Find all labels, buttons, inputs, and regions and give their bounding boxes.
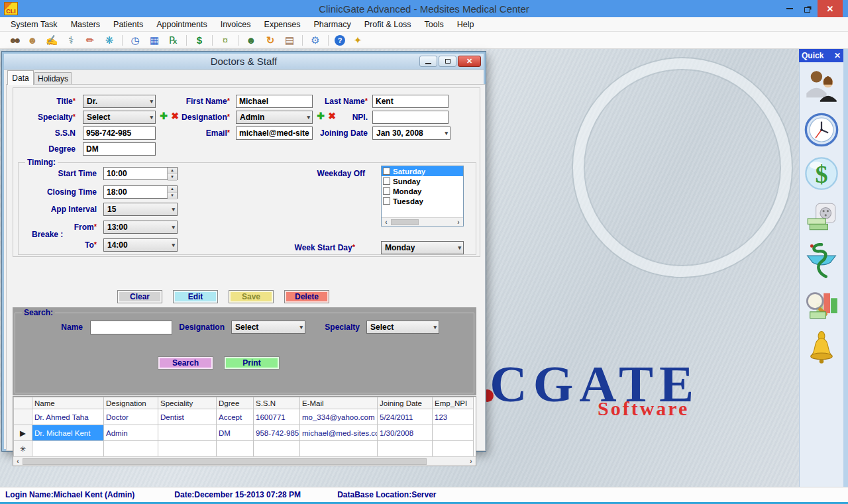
grid-hscrollbar[interactable]: ‹ › <box>13 456 476 466</box>
tab-data[interactable]: Data <box>7 70 34 85</box>
cell-emp-npi[interactable]: 123 <box>433 409 474 425</box>
weekday-list-hscrollbar[interactable]: ‹ › <box>382 217 463 226</box>
row-selector-new-icon[interactable]: ✳ <box>14 441 32 457</box>
cell-name[interactable] <box>32 441 104 457</box>
spin-up-icon[interactable]: ▲ <box>168 186 177 193</box>
quick-expenses-icon[interactable] <box>803 199 840 236</box>
grid-header-name[interactable]: Name <box>32 397 104 409</box>
refresh-icon[interactable]: ↻ <box>264 35 277 46</box>
grid-header-email[interactable]: E-Mail <box>300 397 378 409</box>
weekday-item-tuesday[interactable]: Tuesday <box>382 196 463 206</box>
cell-emp-npi[interactable] <box>433 425 474 441</box>
specialty-combobox[interactable]: Select▾ <box>83 111 156 124</box>
grid-header-designation[interactable]: Designation <box>104 397 158 409</box>
cell-speciality[interactable] <box>158 425 217 441</box>
first-name-input[interactable] <box>236 95 313 108</box>
grid-header-emp-npi[interactable]: Emp_NPI <box>433 397 474 409</box>
cell-joining-date[interactable]: 1/30/2008 <box>378 425 433 441</box>
cell-designation[interactable]: Doctor <box>104 409 158 425</box>
grid-header-speciality[interactable]: Speciality <box>158 397 217 409</box>
cell-dgree[interactable] <box>217 441 254 457</box>
quick-reports-icon[interactable] <box>803 286 840 323</box>
calendar-icon[interactable]: ▦ <box>148 35 161 46</box>
search-button[interactable]: Search <box>158 356 213 370</box>
services-icon[interactable]: ❋ <box>103 35 116 46</box>
dialog-close-button[interactable]: ✕ <box>458 56 481 67</box>
start-time-spinner[interactable]: 10:00 ▲▼ <box>103 167 178 180</box>
save-button[interactable]: Save <box>229 290 274 303</box>
weekday-item-sunday[interactable]: Sunday <box>382 176 463 186</box>
menu-pharmacy[interactable]: Pharmacy <box>307 17 357 32</box>
signature-icon[interactable]: ✍ <box>45 35 58 46</box>
help-icon[interactable]: ? <box>335 35 345 46</box>
clear-button[interactable]: Clear <box>117 290 162 303</box>
cell-email[interactable]: mo_334@yahoo.com <box>300 409 378 425</box>
scroll-left-icon[interactable]: ‹ <box>382 219 391 226</box>
spin-down-icon[interactable]: ▼ <box>168 193 177 199</box>
cell-joining-date[interactable] <box>378 441 433 457</box>
chart-icon[interactable]: ▤ <box>283 35 296 46</box>
cell-dgree[interactable]: DM <box>217 425 254 441</box>
quick-pharmacy-icon[interactable] <box>803 242 840 279</box>
cell-name[interactable]: Dr. Michael Kent <box>32 425 104 441</box>
dialog-maximize-button[interactable] <box>439 56 456 67</box>
app-icon[interactable]: CLI <box>4 2 18 15</box>
break-from-combobox[interactable]: 13:00▾ <box>103 221 178 234</box>
weekday-item-monday[interactable]: Monday <box>382 186 463 196</box>
vendor-icon[interactable]: ☻ <box>244 35 258 46</box>
quick-reminder-bell-icon[interactable] <box>803 330 840 367</box>
joining-date-picker[interactable]: Jan 30, 2008▾ <box>372 126 450 140</box>
quick-panel-close-icon[interactable]: ✕ <box>834 51 841 60</box>
designation-combobox[interactable]: Admin▾ <box>236 111 313 124</box>
cell-speciality[interactable]: Dentist <box>158 409 217 425</box>
close-button[interactable]: ✕ <box>818 0 843 17</box>
cell-name[interactable]: Dr. Ahmed Taha <box>32 409 104 425</box>
table-row-selected[interactable]: ▶ Dr. Michael Kent Admin DM 958-742-985 … <box>14 425 474 441</box>
quick-patients-icon[interactable] <box>803 68 840 105</box>
closing-time-spinner[interactable]: 18:00 ▲▼ <box>103 185 178 199</box>
checkbox-icon[interactable] <box>383 177 390 185</box>
doctors-staff-icon[interactable]: ☻☻ <box>7 35 20 46</box>
edit-button[interactable]: Edit <box>173 290 218 303</box>
menu-appointments[interactable]: Appointments <box>150 17 213 32</box>
scrollbar-thumb[interactable] <box>391 219 419 225</box>
cell-ssn[interactable]: 958-742-985 <box>254 425 300 441</box>
restore-button[interactable] <box>799 0 818 17</box>
menu-masters[interactable]: Masters <box>64 17 107 32</box>
break-to-combobox[interactable]: 14:00▾ <box>103 238 178 252</box>
table-row-new[interactable]: ✳ <box>14 441 474 457</box>
menu-system-task[interactable]: System Task <box>4 17 64 32</box>
grid-header-joining-date[interactable]: Joining Date <box>378 397 433 409</box>
scroll-right-icon[interactable]: › <box>454 219 463 226</box>
scrollbar-thumb[interactable] <box>23 458 427 465</box>
email-input[interactable] <box>236 126 313 140</box>
dialog-titlebar[interactable]: Doctors & Staff <box>4 54 484 70</box>
search-designation-combobox[interactable]: Select▾ <box>231 321 305 334</box>
spin-down-icon[interactable]: ▼ <box>168 174 177 181</box>
dialog-minimize-button[interactable] <box>419 56 437 67</box>
spin-up-icon[interactable]: ▲ <box>168 168 177 174</box>
cell-email[interactable] <box>300 441 378 457</box>
weekday-item-saturday[interactable]: Saturday <box>382 166 463 176</box>
row-selector-current-icon[interactable]: ▶ <box>14 425 32 441</box>
cell-designation[interactable] <box>104 441 158 457</box>
bell-icon[interactable]: ✦ <box>351 35 364 46</box>
grid-header-dgree[interactable]: Dgree <box>217 397 254 409</box>
menu-profit-loss[interactable]: Profit & Loss <box>358 17 418 32</box>
degree-input[interactable] <box>83 142 156 156</box>
scroll-left-icon[interactable]: ‹ <box>13 458 23 465</box>
grid-header-ssn[interactable]: S.S.N <box>254 397 300 409</box>
week-start-day-combobox[interactable]: Monday▾ <box>381 241 464 254</box>
cash-icon[interactable]: ¤ <box>219 35 232 46</box>
menu-tools[interactable]: Tools <box>418 17 450 32</box>
menu-expenses[interactable]: Expenses <box>258 17 307 32</box>
minimize-button[interactable] <box>780 0 799 17</box>
title-combobox[interactable]: Dr.▾ <box>83 95 156 108</box>
marker-icon[interactable]: ✏ <box>83 35 97 46</box>
checkbox-icon[interactable] <box>383 187 390 195</box>
clock-icon[interactable]: ◷ <box>129 35 142 46</box>
last-name-input[interactable] <box>372 95 449 108</box>
checkbox-icon[interactable] <box>383 197 390 205</box>
cell-speciality[interactable] <box>158 441 217 457</box>
cell-ssn[interactable]: 1600771 <box>254 409 300 425</box>
